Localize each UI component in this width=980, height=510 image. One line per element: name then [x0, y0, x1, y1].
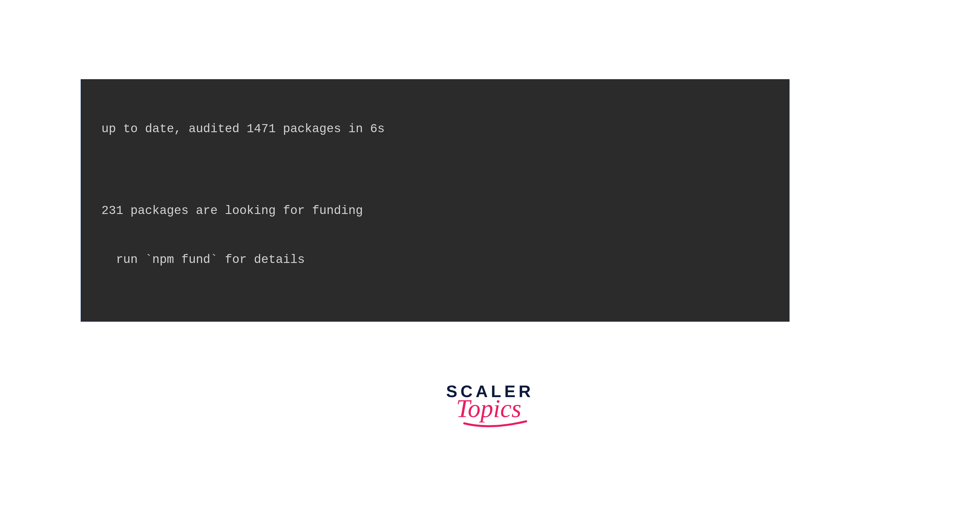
terminal-output-line: run `npm fund` for details [102, 252, 779, 268]
terminal-window[interactable]: up to date, audited 1471 packages in 6s … [81, 79, 789, 322]
terminal-output-line: 231 packages are looking for funding [102, 203, 779, 219]
logo-topics-text: Topics [456, 397, 521, 423]
scaler-topics-logo: SCALER Topics [444, 383, 536, 431]
logo-line2: Topics [444, 397, 536, 431]
terminal-output-line: up to date, audited 1471 packages in 6s [102, 121, 779, 137]
